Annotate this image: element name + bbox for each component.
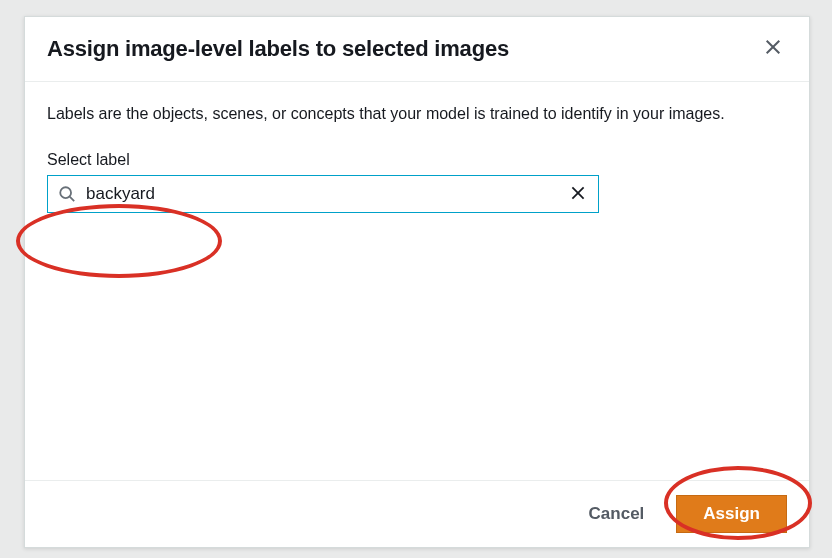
close-button[interactable] [759,35,787,63]
modal-description: Labels are the objects, scenes, or conce… [47,102,787,125]
svg-line-3 [70,197,75,202]
modal-header: Assign image-level labels to selected im… [25,17,809,82]
modal-body: Labels are the objects, scenes, or conce… [25,82,809,480]
cancel-button[interactable]: Cancel [585,496,649,532]
label-search-field[interactable] [47,175,599,213]
close-icon [570,187,586,204]
assign-labels-modal: Assign image-level labels to selected im… [24,16,810,548]
search-icon [58,185,76,203]
modal-title: Assign image-level labels to selected im… [47,36,509,62]
close-icon [764,38,782,60]
clear-input-button[interactable] [570,185,588,203]
svg-point-2 [60,187,71,198]
modal-backdrop: Assign image-level labels to selected im… [0,0,832,558]
modal-footer: Cancel Assign [25,480,809,547]
label-search-input[interactable] [86,184,562,204]
select-label-heading: Select label [47,151,787,169]
assign-button[interactable]: Assign [676,495,787,533]
